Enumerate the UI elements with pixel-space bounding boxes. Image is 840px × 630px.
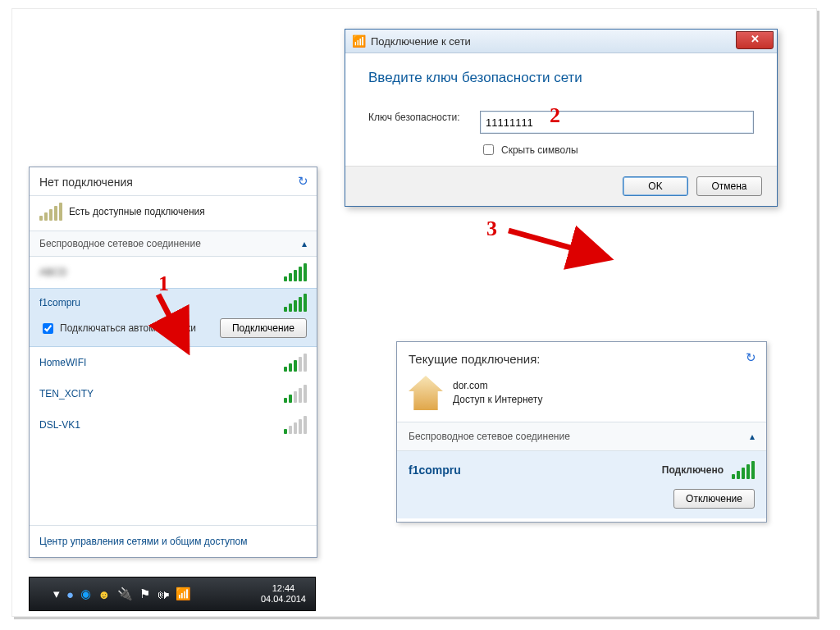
canvas: Нет подключения ↻ Есть доступные подключ… [11,8,817,617]
tray-clock[interactable]: 12:44 04.04.2014 [261,583,316,605]
signal-icon [284,263,307,281]
network-status: Доступ к Интернету [453,393,542,407]
auto-connect-label: Подключаться автоматически [60,322,196,334]
security-key-input[interactable] [480,111,754,134]
tray-icon[interactable]: 🔌 [117,587,133,601]
chevron-up-icon: ▴ [750,431,755,442]
current-header: Текущие подключения: ↻ [397,342,766,369]
popup-title: Нет подключения [39,176,307,189]
dialog-body: Введите ключ безопасности сети Ключ безо… [345,53,777,166]
home-network-icon [409,376,443,410]
available-label: Есть доступные подключения [69,206,205,217]
signal-icon [284,354,307,372]
dialog-titlebar[interactable]: 📶 Подключение к сети ✕ [345,30,777,53]
refresh-icon[interactable]: ↻ [746,350,756,365]
ssid-row[interactable]: DSL-VK1 [30,409,317,441]
tray-icon[interactable]: ◉ [80,587,91,601]
hide-chars-row[interactable]: Скрыть символы [480,142,754,158]
close-button[interactable]: ✕ [736,31,774,49]
tray-date: 04.04.2014 [261,594,306,605]
current-connections-popup: Текущие подключения: ↻ dor.com Доступ к … [396,341,767,523]
ssid-list: ABCD f1compru Подключаться автоматически… [30,257,317,441]
tray-time: 12:44 [261,583,306,594]
hide-chars-label: Скрыть символы [501,144,578,156]
ssid-label: f1compru [39,297,80,308]
wireless-section-header[interactable]: Беспроводное сетевое соединение ▴ [30,231,317,257]
network-center-link[interactable]: Центр управления сетями и общим доступом [30,525,317,557]
key-field-label: Ключ безопасности: [368,111,467,125]
ssid-label: ABCD [39,267,66,278]
annotation-1: 1 [158,272,169,296]
auto-connect-checkbox[interactable] [43,323,53,334]
signal-icon [284,385,307,403]
connection-state: Подключено [662,464,724,476]
signal-icon [39,203,62,221]
tray-icon[interactable]: ⚑ [139,587,150,601]
signal-icon [284,294,307,312]
svg-line-3 [509,231,603,257]
network-name: dor.com [453,379,542,393]
dialog-footer: OK Отмена [345,166,777,206]
wireless-section-label: Беспроводное сетевое соединение [39,238,201,249]
ssid-label: TEN_XCITY [39,388,94,399]
disconnect-button[interactable]: Отключение [673,489,755,509]
auto-connect-wrap[interactable]: Подключаться автоматически [39,321,196,336]
wireless-section-header[interactable]: Беспроводное сетевое соединение ▴ [397,422,766,451]
ssid-row[interactable]: HomeWIFI [30,347,317,378]
hide-chars-checkbox[interactable] [483,144,494,155]
refresh-icon[interactable]: ↻ [298,174,308,189]
ok-button[interactable]: OK [623,176,688,196]
active-network-row: dor.com Доступ к Интернету [397,369,766,422]
annotation-3: 3 [486,217,497,241]
tray-icons: ▾ ● ◉ ☻ 🔌 ⚑ 🕪 📶 [29,587,191,601]
signal-icon [732,461,755,479]
arrow-3 [496,214,628,280]
signal-icon [284,416,307,434]
annotation-2: 2 [550,103,560,128]
current-header-label: Текущие подключения: [409,352,541,366]
tray-icon[interactable]: ▾ [53,587,60,601]
taskbar: ▾ ● ◉ ☻ 🔌 ⚑ 🕪 📶 12:44 04.04.2014 [29,577,316,611]
tray-icon[interactable]: ☻ [98,587,111,601]
network-list-popup: Нет подключения ↻ Есть доступные подключ… [29,167,317,558]
ssid-label: HomeWIFI [39,357,86,368]
connected-ssid-row[interactable]: f1compru Подключено Отключение [397,451,766,518]
key-field-row: Ключ безопасности: [368,111,754,134]
dialog-instruction: Введите ключ безопасности сети [368,70,754,86]
ssid-row-selected[interactable]: f1compru Подключаться автоматически Подк… [30,288,317,347]
dialog-title: Подключение к сети [371,35,471,48]
wireless-section-label: Беспроводное сетевое соединение [409,431,570,442]
network-tray-icon[interactable]: 📶 [176,587,191,601]
ssid-label: DSL-VK1 [39,419,80,431]
connect-button[interactable]: Подключение [220,318,307,338]
security-key-dialog: 📶 Подключение к сети ✕ Введите ключ безо… [345,29,778,207]
ssid-row[interactable]: TEN_XCITY [30,378,317,409]
available-row: Есть доступные подключения [30,196,317,231]
cancel-button[interactable]: Отмена [696,176,762,196]
ssid-row-hidden[interactable]: ABCD [30,257,317,288]
tray-icon[interactable]: ● [66,587,74,601]
tray-icon[interactable]: 🕪 [157,587,169,601]
ssid-label: f1compru [409,463,461,477]
network-icon: 📶 [352,34,366,48]
chevron-up-icon: ▴ [302,238,307,249]
popup-header: Нет подключения ↻ [30,167,317,196]
